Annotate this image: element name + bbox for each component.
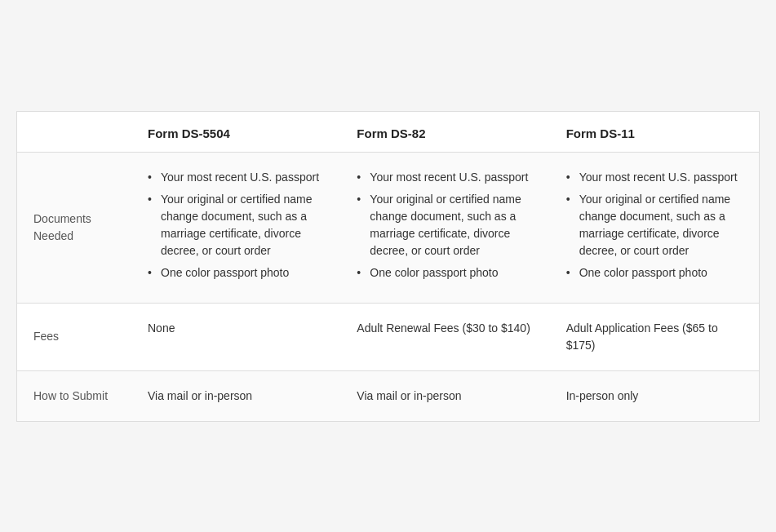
col-header-ds11: Form DS-11: [550, 112, 759, 153]
list-item: Your original or certified name change d…: [566, 191, 743, 259]
cell-documents-ds5504: Your most recent U.S. passportYour origi…: [131, 152, 340, 303]
list-item: One color passport photo: [148, 264, 324, 282]
table-row-submit: How to SubmitVia mail or in-personVia ma…: [17, 370, 759, 421]
cell-fees-ds11: Adult Application Fees ($65 to $175): [550, 303, 759, 370]
doc-list-ds5504: Your most recent U.S. passportYour origi…: [148, 169, 324, 282]
list-item: Your most recent U.S. passport: [566, 169, 743, 186]
list-item: Your most recent U.S. passport: [357, 169, 533, 186]
cell-submit-ds5504: Via mail or in-person: [131, 370, 340, 421]
list-item: Your most recent U.S. passport: [148, 169, 324, 186]
col-header-ds82: Form DS-82: [340, 112, 549, 153]
row-label-submit: How to Submit: [17, 370, 131, 421]
table-row-fees: FeesNoneAdult Renewal Fees ($30 to $140)…: [17, 303, 759, 370]
cell-documents-ds11: Your most recent U.S. passportYour origi…: [550, 152, 759, 303]
cell-submit-ds11: In-person only: [550, 370, 759, 421]
col-header-label: [17, 112, 131, 153]
cell-submit-ds82: Via mail or in-person: [340, 370, 549, 421]
col-header-ds5504: Form DS-5504: [131, 112, 340, 153]
list-item: One color passport photo: [566, 264, 743, 282]
list-item: One color passport photo: [357, 264, 533, 282]
cell-fees-ds5504: None: [131, 303, 340, 370]
list-item: Your original or certified name change d…: [357, 191, 533, 259]
row-label-fees: Fees: [17, 303, 131, 370]
comparison-table: Form DS-5504 Form DS-82 Form DS-11 Docum…: [16, 111, 760, 422]
cell-documents-ds82: Your most recent U.S. passportYour origi…: [340, 152, 549, 303]
table-header-row: Form DS-5504 Form DS-82 Form DS-11: [17, 112, 759, 153]
table-row-documents: Documents NeededYour most recent U.S. pa…: [17, 152, 759, 303]
doc-list-ds82: Your most recent U.S. passportYour origi…: [357, 169, 533, 282]
row-label-documents: Documents Needed: [17, 152, 131, 303]
list-item: Your original or certified name change d…: [148, 191, 324, 259]
doc-list-ds11: Your most recent U.S. passportYour origi…: [566, 169, 743, 282]
cell-fees-ds82: Adult Renewal Fees ($30 to $140): [340, 303, 549, 370]
